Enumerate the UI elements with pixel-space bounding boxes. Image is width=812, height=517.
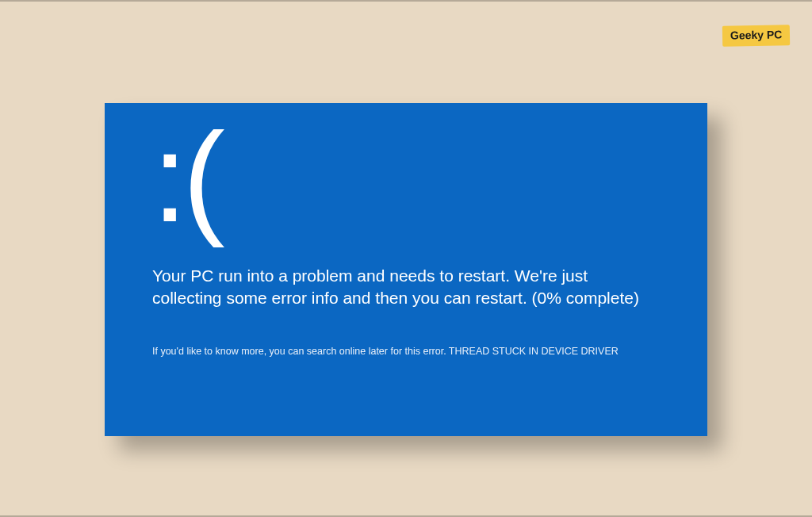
- page-border-top: [0, 0, 812, 2]
- site-watermark: Geeky PC: [722, 25, 790, 46]
- bsod-screen: :( Your PC run into a problem and needs …: [105, 103, 707, 436]
- bsod-main-message: Your PC run into a problem and needs to …: [152, 265, 660, 310]
- watermark-text: Geeky PC: [730, 28, 782, 41]
- sad-face-icon: :(: [152, 114, 668, 241]
- bsod-detail-message: If you'd like to know more, you can sear…: [152, 345, 668, 359]
